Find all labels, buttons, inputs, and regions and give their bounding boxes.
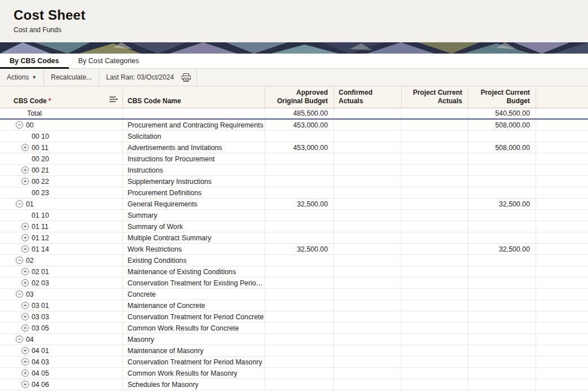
cbs-code-cell: +01 11: [0, 221, 123, 232]
filler-cell: [536, 244, 588, 254]
cbs-code-cell: 00 20: [0, 153, 123, 164]
expand-icon[interactable]: +: [21, 347, 29, 354]
table-row[interactable]: +01 11Summary of Work: [0, 221, 588, 232]
expand-icon[interactable]: +: [21, 302, 29, 309]
table-row[interactable]: 00 23Procurement Definitions: [0, 187, 588, 199]
confirmed-actuals-value: [334, 345, 402, 356]
table-row[interactable]: 01 10Summary: [0, 210, 588, 221]
column-header-project-current-actuals[interactable]: Project Current Actuals: [402, 86, 468, 109]
project-current-actuals-value: [402, 345, 468, 356]
expand-icon[interactable]: +: [21, 166, 29, 174]
cbs-code-cell: +04 05: [0, 368, 123, 378]
cbs-code-value: 02: [26, 257, 34, 265]
table-row[interactable]: −03Concrete: [0, 289, 588, 300]
cbs-code-value: 00 21: [32, 166, 49, 174]
column-header-confirmed-actuals[interactable]: Confirmed Actuals: [334, 86, 402, 109]
table-row[interactable]: +04 06Schedules for Masonry: [0, 379, 588, 390]
project-current-budget-value: [468, 255, 536, 266]
table-row[interactable]: −04Masonry: [0, 334, 588, 345]
column-header-cbs-code[interactable]: CBS Code*: [0, 86, 123, 109]
filler-cell: [536, 199, 588, 209]
table-row[interactable]: 00 20Instructions for Procurement: [0, 153, 588, 165]
project-current-budget-value: [468, 176, 536, 187]
recalculate-button[interactable]: Recalculate...: [44, 69, 99, 86]
column-header-approved-original-budget[interactable]: Approved Original Budget: [265, 86, 334, 109]
table-row[interactable]: +04 05Common Work Results for Masonry: [0, 368, 588, 379]
expand-icon[interactable]: +: [21, 369, 29, 377]
cbs-code-cell: +00 22: [0, 176, 123, 187]
collapse-icon[interactable]: −: [16, 121, 23, 129]
table-row[interactable]: +00 11Advertisements and Invitations453,…: [0, 142, 588, 153]
project-current-actuals-value: [402, 120, 468, 130]
expand-icon[interactable]: +: [21, 268, 29, 275]
table-row[interactable]: +01 12Multiple Contract Summary: [0, 232, 588, 244]
cbs-code-value: 01 14: [32, 245, 49, 253]
table-row[interactable]: −02Existing Conditions: [0, 255, 588, 266]
table-row[interactable]: +03 03Conservation Treatment for Period …: [0, 311, 588, 323]
table-row[interactable]: +00 22Supplementary Instructions: [0, 176, 588, 187]
actions-menu-button[interactable]: Actions ▼: [0, 69, 43, 86]
expand-icon[interactable]: +: [21, 234, 29, 241]
table-row[interactable]: +03 01Maintenance of Concrete: [0, 300, 588, 311]
cbs-code-name-value: Masonry: [123, 334, 265, 345]
collapse-icon[interactable]: −: [16, 257, 23, 264]
cbs-code-name-value: Common Work Results for Concrete: [123, 323, 265, 333]
collapse-icon[interactable]: −: [16, 336, 23, 343]
table-row[interactable]: 00 10Solicitation: [0, 131, 588, 142]
confirmed-actuals-value: [334, 334, 402, 345]
table-row[interactable]: +02 01Maintenance of Existing Conditions: [0, 266, 588, 278]
column-header-project-current-budget[interactable]: Project Current Budget: [468, 86, 536, 109]
cbs-code-value: 04 03: [32, 358, 49, 366]
expand-icon[interactable]: +: [21, 313, 29, 320]
table-row[interactable]: +01 14Work Restrictions32,500.0032,500.0…: [0, 244, 588, 255]
filler-cell: [536, 221, 588, 232]
project-current-budget-value: [468, 187, 536, 198]
expand-icon[interactable]: +: [21, 178, 29, 185]
print-button[interactable]: [181, 69, 196, 86]
confirmed-actuals-value: [334, 266, 402, 277]
cbs-code-cell: 01 10: [0, 210, 123, 221]
expand-icon[interactable]: +: [21, 279, 29, 287]
expand-icon[interactable]: +: [21, 245, 29, 253]
confirmed-actuals-value: [334, 142, 402, 153]
cbs-code-name-value: Supplementary Instructions: [123, 176, 265, 187]
table-row[interactable]: +04 03Conservation Treatment for Period …: [0, 356, 588, 368]
approved-original-budget-value: [265, 232, 334, 243]
banner-art-image: [0, 42, 588, 54]
cbs-code-value: 03: [26, 290, 34, 298]
collapse-icon[interactable]: −: [16, 200, 23, 208]
cbs-code-name-value: Procurement and Contracting Requirements: [123, 120, 265, 130]
table-row[interactable]: +02 03Conservation Treatment for Existin…: [0, 278, 588, 289]
project-current-actuals-value: [402, 368, 468, 378]
cbs-code-value: 04 01: [32, 347, 49, 355]
confirmed-actuals-value: [334, 356, 402, 367]
table-row[interactable]: −01General Requirements32,500.0032,500.0…: [0, 199, 588, 210]
table-row[interactable]: +03 05Common Work Results for Concrete: [0, 323, 588, 334]
toolbar-separator: [196, 69, 197, 86]
filler-cell: [536, 289, 588, 299]
project-current-actuals-value: [402, 199, 468, 209]
cbs-code-value: 04 06: [32, 381, 49, 389]
table-row[interactable]: +00 21Instructions: [0, 165, 588, 176]
tab-by-cost-categories[interactable]: By Cost Categories: [69, 54, 149, 68]
column-header-cbs-code-name[interactable]: CBS Code Name: [123, 86, 265, 109]
collapse-icon[interactable]: −: [16, 290, 23, 298]
project-current-budget-value: 540,500.00: [468, 108, 536, 118]
filler-cell: [536, 108, 588, 118]
table-row[interactable]: +04 01Maintenance of Masonry: [0, 345, 588, 356]
cbs-code-cell: −03: [0, 289, 123, 299]
expand-icon[interactable]: +: [21, 144, 29, 151]
expand-icon[interactable]: +: [21, 324, 29, 332]
cbs-code-value: 02 03: [32, 279, 49, 287]
total-row[interactable]: Total485,500.00540,500.00: [0, 108, 588, 120]
expand-icon[interactable]: +: [21, 381, 29, 388]
column-menu-icon[interactable]: [109, 96, 118, 105]
tab-bar: By CBS Codes By Cost Categories: [0, 54, 588, 69]
cbs-code-value: 03 03: [32, 313, 49, 321]
cbs-code-value: Total: [27, 109, 42, 117]
approved-original-budget-value: [265, 187, 334, 198]
expand-icon[interactable]: +: [21, 358, 29, 365]
expand-icon[interactable]: +: [21, 223, 29, 230]
tab-by-cbs-codes[interactable]: By CBS Codes: [0, 54, 69, 68]
table-row[interactable]: −00Procurement and Contracting Requireme…: [0, 120, 588, 131]
